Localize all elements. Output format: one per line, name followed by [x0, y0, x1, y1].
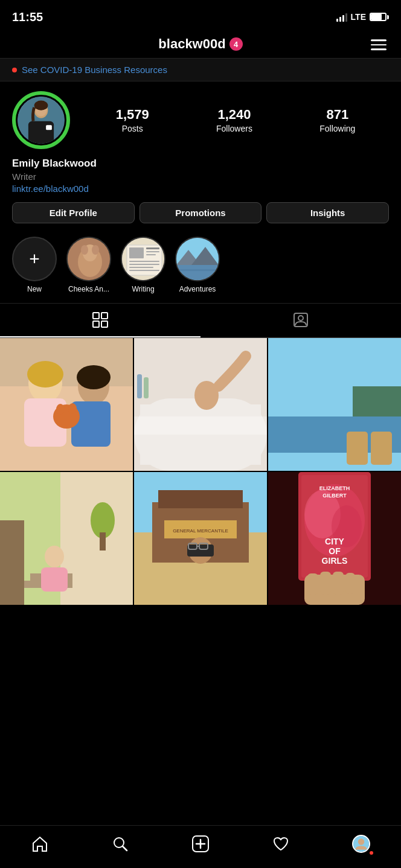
profile-name: Emily Blackwood [12, 158, 389, 170]
nav-add[interactable] [184, 832, 217, 856]
svg-text:GIRLS: GIRLS [322, 556, 348, 566]
stat-posts[interactable]: 1,579 Posts [116, 107, 149, 133]
nav-activity[interactable] [264, 832, 298, 856]
story-circle-adventures [175, 237, 220, 281]
svg-rect-49 [144, 377, 149, 398]
stats-row: 1,579 Posts 1,240 Followers 871 Followin… [82, 107, 389, 133]
battery-icon [370, 13, 389, 21]
story-label-writing: Writing [132, 285, 154, 293]
svg-text:CITY: CITY [325, 537, 345, 546]
profile-notification-dot [370, 851, 373, 855]
svg-text:GILBERT: GILBERT [322, 493, 347, 499]
story-label-cheeks: Cheeks An... [68, 285, 109, 293]
nav-home[interactable] [23, 832, 57, 856]
svg-text:ELIZABETH: ELIZABETH [319, 485, 350, 491]
avatar-wrapper[interactable] [12, 91, 70, 149]
svg-point-62 [45, 546, 64, 567]
svg-rect-90 [307, 573, 318, 595]
posts-label: Posts [122, 124, 143, 133]
action-buttons: Edit Profile Promotions Insights [12, 202, 389, 223]
story-circle-new: + [12, 237, 57, 281]
svg-rect-27 [101, 313, 107, 319]
photo-cell[interactable] [134, 338, 267, 471]
svg-point-31 [298, 316, 303, 321]
svg-rect-19 [129, 267, 153, 268]
status-bar: 11:55 LTE [0, 0, 401, 31]
profile-bio: Writer [12, 171, 389, 182]
svg-rect-20 [129, 270, 159, 271]
heart-icon [272, 835, 289, 852]
edit-profile-button[interactable]: Edit Profile [12, 202, 135, 223]
grid-icon [92, 312, 108, 328]
following-label: Following [319, 124, 355, 133]
story-item-cheeks[interactable]: Cheeks An... [66, 237, 111, 293]
avatar-svg [18, 97, 65, 144]
profile-link[interactable]: linktr.ee/blackw00d [12, 183, 389, 194]
status-time: 11:55 [12, 10, 43, 24]
insights-button[interactable]: Insights [266, 202, 389, 223]
svg-rect-69 [158, 490, 243, 508]
profile-top: 1,579 Posts 1,240 Followers 871 Followin… [12, 91, 389, 149]
svg-rect-18 [129, 264, 159, 265]
followers-count: 1,240 [217, 107, 251, 123]
covid-banner[interactable]: See COVID-19 Business Resources [0, 58, 401, 81]
svg-rect-25 [176, 269, 220, 271]
photo-cell[interactable]: GENERAL MERCANTILE [134, 472, 267, 605]
svg-point-4 [34, 101, 48, 110]
tab-grid[interactable] [0, 304, 200, 337]
svg-rect-22 [176, 265, 220, 281]
stat-following[interactable]: 871 Following [319, 107, 355, 133]
story-label-adventures: Adventures [179, 285, 216, 293]
svg-rect-5 [46, 125, 52, 130]
menu-button[interactable] [368, 37, 389, 53]
tab-tagged[interactable] [200, 304, 401, 337]
svg-rect-14 [146, 247, 159, 249]
username-title: blackw00d [158, 36, 225, 52]
new-story-dot [48, 273, 56, 280]
bottom-nav [0, 825, 401, 868]
content-tabs [0, 303, 401, 338]
add-icon [191, 835, 210, 853]
svg-point-35 [27, 361, 63, 388]
promotions-button[interactable]: Promotions [140, 202, 262, 223]
svg-rect-39 [71, 401, 111, 447]
story-item-writing[interactable]: Writing [121, 237, 165, 293]
svg-point-42 [68, 403, 77, 414]
svg-rect-29 [101, 321, 107, 327]
notification-badge[interactable]: 4 [229, 37, 243, 51]
posts-count: 1,579 [116, 107, 149, 123]
covid-link[interactable]: See COVID-19 Business Resources [22, 65, 167, 75]
header-username-row: blackw00d 4 [158, 36, 242, 52]
lte-label: LTE [351, 12, 366, 22]
photo-cell[interactable] [0, 338, 133, 471]
svg-rect-76 [197, 546, 199, 547]
svg-rect-28 [93, 321, 99, 327]
story-item-new[interactable]: + New [12, 237, 57, 293]
svg-rect-93 [345, 573, 355, 594]
story-item-adventures[interactable]: Adventures [175, 237, 220, 293]
photo-grid: GENERAL MERCANTILE ELIZABETH GIL [0, 338, 401, 605]
photo-cell[interactable] [0, 472, 133, 605]
photo-cell[interactable] [268, 338, 401, 471]
svg-point-10 [92, 245, 99, 255]
svg-text:GENERAL MERCANTILE: GENERAL MERCANTILE [173, 528, 228, 534]
story-circle-writing [121, 237, 165, 281]
stat-followers[interactable]: 1,240 Followers [216, 107, 252, 133]
following-count: 871 [326, 107, 348, 123]
svg-rect-15 [146, 251, 159, 252]
nav-search[interactable] [103, 832, 137, 856]
svg-rect-16 [146, 254, 156, 255]
nav-profile[interactable] [344, 832, 378, 856]
status-icons: LTE [336, 12, 389, 22]
svg-rect-13 [129, 247, 144, 258]
tagged-icon [293, 312, 309, 328]
svg-line-95 [123, 846, 127, 850]
svg-text:OF: OF [329, 546, 341, 556]
photo-cell[interactable]: ELIZABETH GILBERT CITY OF GIRLS [268, 472, 401, 605]
svg-rect-73 [187, 544, 214, 557]
svg-rect-26 [93, 313, 99, 319]
svg-rect-2 [28, 121, 54, 144]
svg-rect-17 [129, 261, 159, 262]
svg-point-38 [77, 365, 111, 389]
svg-rect-92 [333, 572, 344, 595]
